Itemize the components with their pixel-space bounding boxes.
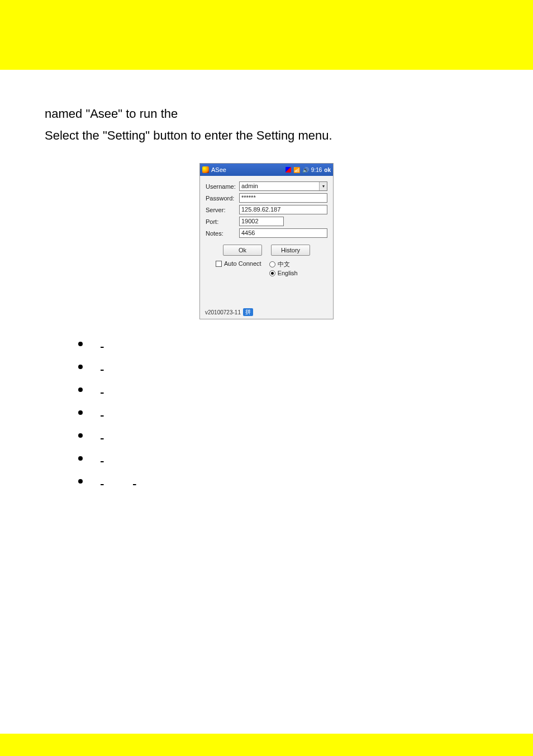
username-value: admin: [241, 183, 258, 189]
def-ok: [78, 451, 488, 463]
def-term: [101, 428, 134, 441]
def-username: [78, 336, 488, 349]
version-text: v20100723-11: [205, 309, 241, 315]
radio-icon-selected: [269, 270, 275, 276]
button-row: Ok History: [206, 245, 327, 256]
row-password: Password: ******: [206, 193, 327, 203]
def-term: [101, 359, 156, 372]
radio-icon: [269, 261, 275, 267]
def-auto-connect: [78, 473, 488, 486]
bullet-icon: [78, 479, 83, 484]
bullet-icon: [78, 365, 83, 369]
ok-soft-button[interactable]: ok: [324, 167, 331, 173]
checkbox-icon: [216, 261, 222, 267]
label-username: Username:: [206, 183, 239, 190]
row-port: Port: 19002: [206, 217, 327, 226]
asee-version-bar: v20100723-11 拼: [205, 308, 253, 316]
def-term: [101, 451, 117, 463]
port-input[interactable]: 19002: [239, 217, 284, 226]
lang-en-label: English: [278, 270, 298, 276]
ime-chip-icon[interactable]: 拼: [243, 308, 253, 316]
lang-cn-radio[interactable]: 中文: [269, 260, 298, 269]
def-term: [101, 382, 140, 395]
asee-titlebar: ASee 📶 🔊 9:16 ok: [200, 164, 333, 176]
asee-form: Username: admin ▾ Password: ****** Serve…: [200, 176, 333, 279]
def-term: [101, 473, 183, 486]
lang-en-radio[interactable]: English: [269, 270, 298, 276]
label-port: Port:: [206, 218, 239, 225]
def-port: [78, 405, 488, 418]
username-combo[interactable]: admin ▾: [239, 181, 327, 191]
row-notes: Notes: 4456: [206, 228, 327, 238]
label-notes: Notes:: [206, 230, 239, 237]
ok-button[interactable]: Ok: [223, 245, 262, 256]
page: named "Asee" to run the Select the "Sett…: [0, 0, 533, 756]
asee-title-left: ASee: [202, 166, 226, 173]
def-notes: [78, 428, 488, 441]
def-term: [101, 405, 126, 418]
asee-status-right: 📶 🔊 9:16 ok: [285, 167, 331, 173]
lang-cn-label: 中文: [278, 260, 290, 269]
flag-icon: [285, 167, 291, 173]
embedded-screenshot: ASee 📶 🔊 9:16 ok Username:: [45, 163, 488, 319]
row-username: Username: admin ▾: [206, 181, 327, 191]
history-button[interactable]: History: [271, 245, 310, 256]
def-server: [78, 382, 488, 395]
label-server: Server:: [206, 207, 239, 213]
bullet-icon: [78, 433, 83, 438]
top-yellow-band: [0, 0, 533, 70]
intro-text: named "Asee" to run the Select the "Sett…: [45, 103, 488, 146]
asee-title-text: ASee: [211, 166, 226, 173]
content-area: named "Asee" to run the Select the "Sett…: [0, 70, 533, 486]
def-term: [101, 336, 156, 349]
intro-line-2: Select the "Setting" button to enter the…: [45, 125, 488, 147]
bullet-icon: [78, 342, 83, 346]
bullet-icon: [78, 456, 83, 461]
bottom-yellow-band: [0, 734, 533, 756]
bullet-icon: [78, 410, 83, 415]
language-radios: 中文 English: [269, 260, 298, 276]
asee-frame: ASee 📶 🔊 9:16 ok Username:: [199, 163, 334, 319]
signal-icon: 📶: [293, 167, 300, 173]
app-icon: [202, 166, 209, 173]
password-input[interactable]: ******: [239, 193, 327, 203]
options-row: Auto Connect 中文 English: [216, 260, 327, 276]
server-input[interactable]: 125.89.62.187: [239, 205, 327, 214]
status-time: 9:16: [311, 167, 322, 173]
definition-list: [45, 336, 488, 486]
auto-connect-label: Auto Connect: [224, 260, 261, 267]
chevron-down-icon[interactable]: ▾: [319, 182, 327, 190]
intro-line-1: named "Asee" to run the: [45, 103, 488, 125]
volume-icon: 🔊: [302, 167, 309, 173]
username-input[interactable]: admin: [239, 181, 327, 191]
asee-window: ASee 📶 🔊 9:16 ok Username:: [199, 163, 334, 319]
auto-connect-checkbox[interactable]: Auto Connect: [216, 260, 261, 267]
def-password: [78, 359, 488, 372]
bullet-icon: [78, 387, 83, 392]
notes-input[interactable]: 4456: [239, 228, 327, 238]
label-password: Password:: [206, 195, 239, 202]
row-server: Server: 125.89.62.187: [206, 205, 327, 214]
